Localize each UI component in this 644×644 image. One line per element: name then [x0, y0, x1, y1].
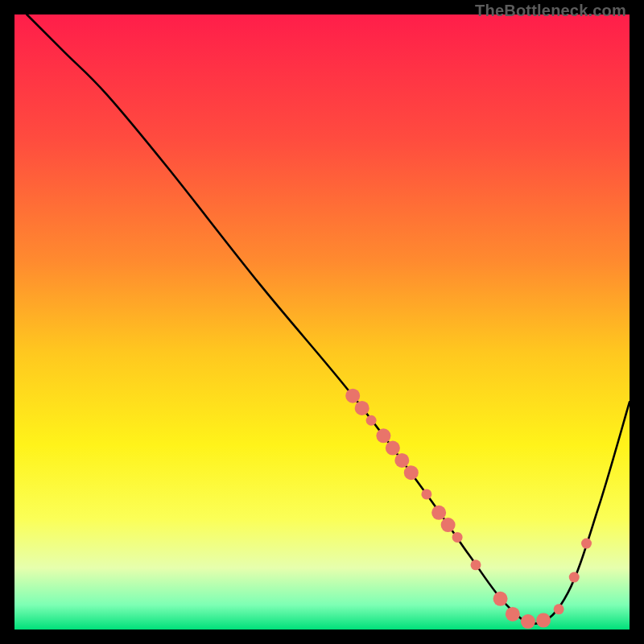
- scatter-point: [569, 572, 580, 583]
- chart-container: TheBottleneck.com: [0, 0, 644, 644]
- curve-layer: [14, 14, 630, 630]
- bottleneck-curve: [27, 14, 630, 624]
- scatter-point: [345, 389, 360, 403]
- plot-area: [14, 14, 630, 630]
- scatter-point: [366, 415, 377, 426]
- scatter-point: [506, 607, 520, 621]
- scatter-point: [386, 441, 400, 456]
- scatter-point: [536, 613, 551, 628]
- scatter-point: [581, 539, 592, 549]
- scatter-point: [431, 506, 446, 520]
- scatter-point: [355, 401, 369, 415]
- scatter-point: [376, 428, 390, 443]
- scatter-point: [493, 592, 508, 606]
- scatter-point: [421, 489, 431, 499]
- scatter-point: [471, 559, 481, 570]
- scatter-points: [345, 389, 592, 629]
- watermark-text: TheBottleneck.com: [475, 2, 626, 20]
- scatter-point: [452, 532, 463, 543]
- scatter-point: [554, 604, 564, 614]
- scatter-point: [521, 614, 535, 629]
- scatter-point: [394, 453, 409, 468]
- scatter-point: [404, 465, 419, 480]
- scatter-point: [441, 518, 456, 532]
